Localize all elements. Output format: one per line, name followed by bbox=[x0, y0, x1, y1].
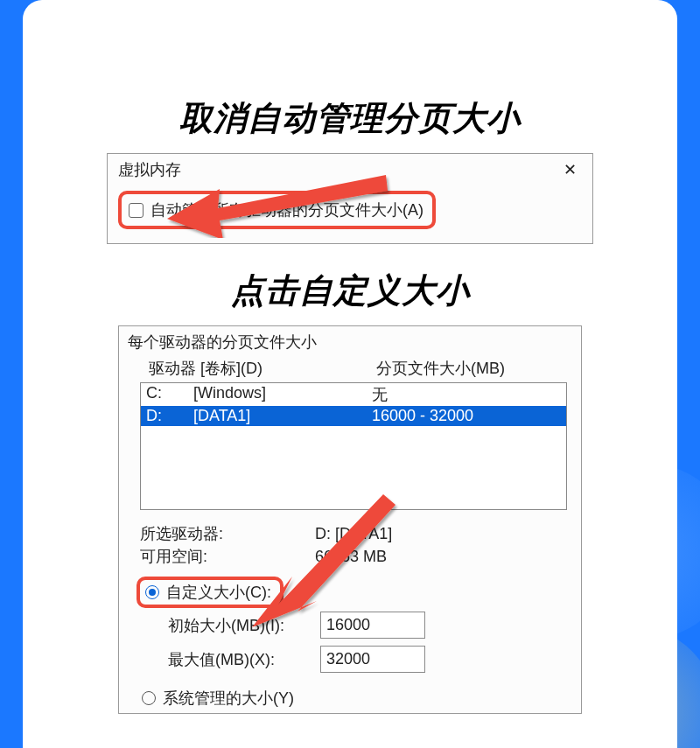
selected-drive-value: D: [DATA1] bbox=[315, 522, 392, 545]
drive-list-header: 驱动器 [卷标](D) 分页文件大小(MB) bbox=[119, 356, 581, 382]
free-space-value: 66163 MB bbox=[315, 545, 387, 568]
initial-size-label: 初始大小(MB)(I): bbox=[168, 615, 320, 636]
instruction-heading-1: 取消自动管理分页大小 bbox=[23, 96, 677, 141]
content-card: 取消自动管理分页大小 虚拟内存 ✕ 自动管理所有驱动器的分页文件大小(A) bbox=[23, 0, 677, 748]
instruction-heading-2: 点击自定义大小 bbox=[23, 269, 677, 313]
initial-size-input[interactable] bbox=[320, 612, 425, 639]
drive-label: [Windows] bbox=[193, 384, 372, 405]
auto-manage-checkbox[interactable] bbox=[129, 203, 144, 218]
panel2-wrap: 每个驱动器的分页文件大小 驱动器 [卷标](D) 分页文件大小(MB) C: [… bbox=[118, 325, 582, 714]
auto-manage-highlight: 自动管理所有驱动器的分页文件大小(A) bbox=[118, 191, 436, 229]
drive-row[interactable]: C: [Windows] 无 bbox=[141, 383, 566, 406]
system-managed-label: 系统管理的大小(Y) bbox=[163, 685, 294, 711]
drive-list[interactable]: C: [Windows] 无 D: [DATA1] 16000 - 32000 bbox=[140, 382, 567, 510]
custom-size-highlight: 自定义大小(C): bbox=[136, 577, 284, 608]
virtual-memory-dialog: 虚拟内存 ✕ 自动管理所有驱动器的分页文件大小(A) bbox=[107, 153, 593, 244]
drive-label: [DATA1] bbox=[193, 407, 372, 425]
size-options: 自定义大小(C): 初始大小(MB)(I): 最大值(MB)(X): 系统管理的… bbox=[119, 568, 581, 713]
system-managed-radio[interactable] bbox=[142, 691, 156, 705]
max-size-label: 最大值(MB)(X): bbox=[168, 649, 320, 670]
drive-size: 无 bbox=[372, 384, 561, 405]
page-file-panel: 每个驱动器的分页文件大小 驱动器 [卷标](D) 分页文件大小(MB) C: [… bbox=[118, 325, 582, 714]
dialog-titlebar: 虚拟内存 ✕ bbox=[108, 154, 592, 182]
drive-info: 所选驱动器: D: [DATA1] 可用空间: 66163 MB bbox=[119, 510, 581, 568]
drive-row[interactable]: D: [DATA1] 16000 - 32000 bbox=[141, 406, 566, 426]
custom-size-radio[interactable] bbox=[145, 585, 159, 599]
selected-drive-label: 所选驱动器: bbox=[140, 522, 315, 545]
drive-size: 16000 - 32000 bbox=[372, 407, 561, 425]
dialog-title: 虚拟内存 bbox=[118, 159, 181, 180]
header-size: 分页文件大小(MB) bbox=[376, 358, 505, 379]
auto-manage-label: 自动管理所有驱动器的分页文件大小(A) bbox=[150, 199, 424, 220]
drive-letter: C: bbox=[146, 384, 193, 405]
drive-letter: D: bbox=[146, 407, 193, 425]
custom-size-label: 自定义大小(C): bbox=[166, 582, 271, 603]
group-title: 每个驱动器的分页文件大小 bbox=[119, 332, 581, 356]
max-size-input[interactable] bbox=[320, 646, 425, 673]
free-space-label: 可用空间: bbox=[140, 545, 315, 568]
panel1-wrap: 虚拟内存 ✕ 自动管理所有驱动器的分页文件大小(A) bbox=[107, 153, 593, 244]
header-drive: 驱动器 [卷标](D) bbox=[149, 358, 376, 379]
close-icon[interactable]: ✕ bbox=[558, 160, 582, 179]
